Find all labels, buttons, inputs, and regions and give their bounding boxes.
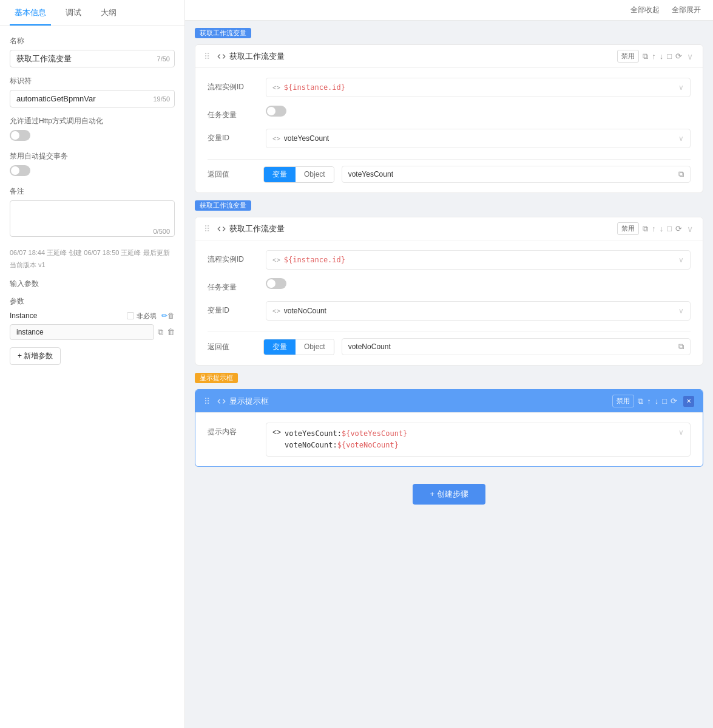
name-input-wrap: 7/50 xyxy=(10,50,175,67)
step-2-code-tag: <> xyxy=(272,256,280,264)
step-1-down-icon[interactable]: ↓ xyxy=(660,52,664,61)
param-delete-icon[interactable]: 🗑 xyxy=(167,311,175,320)
step-3-save-icon[interactable]: □ xyxy=(662,396,667,406)
step-1-chevron[interactable]: ∨ xyxy=(678,83,684,92)
step-1-tab-object[interactable]: Object xyxy=(296,167,334,182)
step-2-chevron[interactable]: ∨ xyxy=(678,256,684,264)
step-3-prompt-var1: ${voteYesCount} xyxy=(342,429,407,438)
step-3-tag-wrap: 显示提示框 xyxy=(195,373,703,387)
id-input-wrap: 19/50 xyxy=(10,90,175,107)
name-input[interactable] xyxy=(10,50,175,67)
step-1-return-copy[interactable]: ⧉ xyxy=(678,169,684,179)
step-2-tab-variable[interactable]: 变量 xyxy=(264,339,296,355)
step-3-down-icon[interactable]: ↓ xyxy=(655,396,659,406)
step-2-save-icon[interactable]: □ xyxy=(667,224,672,233)
http-toggle[interactable] xyxy=(10,130,30,141)
step-3-prompt-text: voteYesCount:${voteYesCount} voteNoCount… xyxy=(285,428,407,451)
step-2-down-icon[interactable]: ↓ xyxy=(660,224,664,233)
params-label: 参数 xyxy=(10,297,24,305)
edit-icon[interactable]: ✏ xyxy=(161,311,167,320)
step-1-taskvar-toggle[interactable] xyxy=(266,106,286,117)
step-3-title: 显示提示框 xyxy=(217,396,607,407)
step-1-tab-variable[interactable]: 变量 xyxy=(264,167,296,182)
step-3-title-text: 显示提示框 xyxy=(229,396,269,407)
step-3-drag[interactable]: ⠿ xyxy=(204,396,210,406)
collapse-all-btn[interactable]: 全部收起 xyxy=(628,4,662,16)
step-3-header: ⠿ 显示提示框 禁用 ⧉ ↑ ↓ □ ⟳ ✕ xyxy=(195,390,703,413)
step-3-up-icon[interactable]: ↑ xyxy=(647,396,651,406)
step-1-return-label: 返回值 xyxy=(208,169,256,180)
param-instance-row: Instance 非必填 ✏ 🗑 xyxy=(10,311,175,321)
right-header: 全部收起 全部展开 xyxy=(185,0,713,21)
step-3-expand-btn[interactable]: ✕ xyxy=(683,396,694,407)
disable-toggle[interactable] xyxy=(10,165,30,176)
step-1-copy-icon[interactable]: ⧉ xyxy=(643,52,648,61)
param-required: 非必填 ✏ xyxy=(127,311,167,321)
tab-outline[interactable]: 大纲 xyxy=(96,0,121,26)
step-2-tab-object[interactable]: Object xyxy=(296,339,334,355)
step-2-copy-icon[interactable]: ⧉ xyxy=(643,224,648,234)
step-1-taskvar-row: 任务变量 xyxy=(208,106,691,120)
step-1-body: 流程实例ID <> ${instance.id} ∨ 任务变量 xyxy=(195,68,703,192)
step-1-del-icon[interactable]: ⟳ xyxy=(675,52,682,61)
step-3-disable-btn[interactable]: 禁用 xyxy=(612,395,634,407)
step-2-varid-label: 变量ID xyxy=(208,301,256,316)
step-1-up-icon[interactable]: ↑ xyxy=(652,52,656,61)
step-1-disable-btn[interactable]: 禁用 xyxy=(617,50,639,63)
step-1-return-text: voteYesCount xyxy=(348,170,393,179)
tab-debug[interactable]: 调试 xyxy=(61,0,86,26)
step-2-taskvar-toggle-row xyxy=(266,278,286,289)
add-param-button[interactable]: + 新增参数 xyxy=(10,347,61,365)
step-2-instance-code: ${instance.id} xyxy=(284,256,345,264)
step-2-expand-btn[interactable]: ∨ xyxy=(686,224,694,234)
step-2-taskvar-row: 任务变量 xyxy=(208,278,691,293)
step-2-varid-chevron[interactable]: ∨ xyxy=(678,307,684,315)
step-2-drag[interactable]: ⠿ xyxy=(204,224,210,234)
step-1-varid-code-tag: <> xyxy=(272,135,280,142)
step-3-copy-icon[interactable]: ⧉ xyxy=(638,396,643,406)
param-copy-icon[interactable]: ⧉ xyxy=(158,327,163,337)
step-1-varid-chevron[interactable]: ∨ xyxy=(678,134,684,143)
step-1-taskvar-label: 任务变量 xyxy=(208,106,256,120)
create-step-button[interactable]: + 创建步骤 xyxy=(413,484,485,505)
required-checkbox[interactable] xyxy=(127,312,134,319)
step-2-return-text: voteNoCount xyxy=(348,342,391,351)
id-input[interactable] xyxy=(10,90,175,107)
id-count: 19/50 xyxy=(153,95,170,103)
name-label: 名称 xyxy=(10,36,175,46)
step-2-taskvar-label: 任务变量 xyxy=(208,278,256,293)
step-2-up-icon[interactable]: ↑ xyxy=(652,224,656,233)
step-3-del-icon[interactable]: ⟳ xyxy=(671,396,677,406)
expand-all-btn[interactable]: 全部展开 xyxy=(669,4,703,16)
tab-basic-info[interactable]: 基本信息 xyxy=(10,0,51,26)
step-1-drag[interactable]: ⠿ xyxy=(204,52,210,61)
step-2-disable-btn[interactable]: 禁用 xyxy=(617,222,639,235)
input-params-section: 输入参数 参数 Instance 非必填 ✏ 🗑 instance ⧉ 🗑 xyxy=(10,276,175,365)
step-2-varid-code-tag: <> xyxy=(272,307,280,315)
step-2-del-icon[interactable]: ⟳ xyxy=(675,224,682,233)
step-1-tab-group: 变量 Object xyxy=(263,166,334,183)
step-1-title-text: 获取工作流变量 xyxy=(229,51,285,62)
step-1-tag-wrap: 获取工作流变量 xyxy=(195,28,703,42)
step-2-taskvar-toggle[interactable] xyxy=(266,278,286,289)
step-2-instance-label: 流程实例ID xyxy=(208,250,256,265)
step-3-actions: 禁用 ⧉ ↑ ↓ □ ⟳ ✕ xyxy=(612,395,694,407)
step-1-save-icon[interactable]: □ xyxy=(667,52,672,61)
step-3-wrapper: 显示提示框 ⠿ 显示提示框 禁用 ⧉ ↑ ↓ □ ⟳ xyxy=(195,373,703,467)
param-del-icon[interactable]: 🗑 xyxy=(167,327,175,336)
tabs-bar: 基本信息 调试 大纲 xyxy=(0,0,184,26)
step-3-expand-icon[interactable]: ∨ xyxy=(678,428,684,437)
remark-input[interactable] xyxy=(10,200,175,237)
meta-info: 06/07 18:44 王延峰 创建 06/07 18:50 王延峰 最后更新 … xyxy=(10,247,175,271)
step-1-code-tag: <> xyxy=(272,84,280,91)
param-input-box[interactable]: instance xyxy=(10,324,154,340)
step-1-header: ⠿ 获取工作流变量 禁用 ⧉ ↑ ↓ □ ⟳ ∨ xyxy=(195,45,703,68)
step-2-wrapper: 获取工作流变量 ⠿ 获取工作流变量 禁用 ⧉ ↑ ↓ □ ⟳ xyxy=(195,200,703,366)
step-3-prompt-line1-pre: voteYesCount: xyxy=(285,429,342,438)
step-1-varid-label: 变量ID xyxy=(208,129,256,143)
step-1-varid-text: voteYesCount xyxy=(284,134,329,143)
remark-wrap: 0/500 xyxy=(10,200,175,239)
step-2-return-copy[interactable]: ⧉ xyxy=(678,342,684,352)
step-1-expand-btn[interactable]: ∨ xyxy=(686,52,694,61)
step-1-title: 获取工作流变量 xyxy=(217,51,612,62)
